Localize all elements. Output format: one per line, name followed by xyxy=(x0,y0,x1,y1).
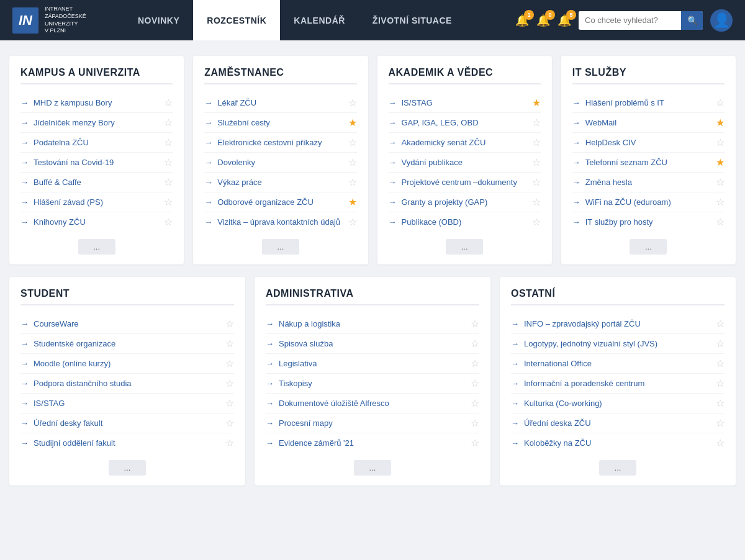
star-studijni[interactable]: ☆ xyxy=(225,437,234,449)
star-vykaz[interactable]: ☆ xyxy=(348,176,357,188)
star-jidelnicek[interactable]: ☆ xyxy=(164,117,173,129)
link-hlaseniit[interactable]: →Hlášení problémů s IT xyxy=(572,98,664,107)
star-dokumentove[interactable]: ☆ xyxy=(471,397,479,409)
link-gap[interactable]: →GAP, IGA, LEG, OBD xyxy=(389,118,479,127)
star-dovolenky[interactable]: ☆ xyxy=(348,156,357,168)
star-studentske[interactable]: ☆ xyxy=(225,338,234,350)
star-sluzebni[interactable]: ★ xyxy=(348,117,357,129)
star-vizitka[interactable]: ☆ xyxy=(348,216,357,228)
nav-rozcestnik[interactable]: ROZCESTNÍK xyxy=(193,0,280,40)
link-courseware[interactable]: →CourseWare xyxy=(20,319,78,328)
link-vydani[interactable]: →Vydání publikace xyxy=(389,158,463,167)
link-moodle[interactable]: →Moodle (online kurzy) xyxy=(20,359,111,368)
link-akademicky[interactable]: →Akademický senát ZČU xyxy=(389,138,486,147)
link-helpdesk[interactable]: →HelpDesk CIV xyxy=(572,138,636,147)
link-isstag-student[interactable]: →IS/STAG xyxy=(20,399,65,408)
more-button-it[interactable]: ... xyxy=(630,239,667,255)
star-vydani[interactable]: ☆ xyxy=(532,156,541,168)
star-buffe[interactable]: ☆ xyxy=(164,176,173,188)
star-akademicky[interactable]: ☆ xyxy=(532,137,541,148)
star-hlaseni[interactable]: ☆ xyxy=(164,196,173,208)
link-granty[interactable]: →Granty a projekty (GAP) xyxy=(389,197,488,207)
link-info[interactable]: →INFO – zpravodajský portál ZČU xyxy=(511,319,641,328)
star-granty[interactable]: ☆ xyxy=(532,196,541,208)
star-telefonni[interactable]: ★ xyxy=(716,156,725,168)
link-webmail[interactable]: →WebMail xyxy=(572,118,616,127)
star-podpora[interactable]: ☆ xyxy=(225,377,234,389)
star-nakup[interactable]: ☆ xyxy=(471,318,479,330)
link-itgosty[interactable]: →IT služby pro hosty xyxy=(572,217,653,227)
star-kolobezky[interactable]: ☆ xyxy=(716,437,725,449)
link-projektove[interactable]: →Projektové centrum –dokumenty xyxy=(389,178,517,187)
star-itgosty[interactable]: ☆ xyxy=(716,216,725,228)
link-knihovny[interactable]: →Knihovny ZČU xyxy=(20,217,86,227)
link-kulturka[interactable]: →Kulturka (Co-working) xyxy=(511,399,602,408)
link-telefonni[interactable]: →Telefonní seznam ZČU xyxy=(572,158,667,167)
link-nakup[interactable]: →Nákup a logistika xyxy=(266,319,340,328)
link-evidence[interactable]: →Evidence záměrů '21 xyxy=(266,438,354,448)
link-elektronicke[interactable]: →Elektronické cestovní příkazy xyxy=(204,138,322,147)
star-uredni[interactable]: ☆ xyxy=(225,417,234,429)
star-info[interactable]: ☆ xyxy=(716,318,725,330)
notification-bell-2[interactable]: 🔔 0 xyxy=(536,14,550,27)
link-studentske[interactable]: →Studentské organizace xyxy=(20,339,115,348)
notification-bell-1[interactable]: 🔔 1 xyxy=(515,14,529,27)
star-evidence[interactable]: ☆ xyxy=(471,437,479,449)
star-isstag-student[interactable]: ☆ xyxy=(225,397,234,409)
star-lekar[interactable]: ☆ xyxy=(348,97,357,109)
more-button-ostatni[interactable]: ... xyxy=(599,460,636,476)
link-kolobezky[interactable]: →Koloběžky na ZČU xyxy=(511,438,591,448)
more-button-kampus[interactable]: ... xyxy=(78,239,115,255)
link-lekar[interactable]: →Lékař ZČU xyxy=(204,98,256,107)
search-button[interactable]: 🔍 xyxy=(681,11,703,30)
star-podatelna[interactable]: ☆ xyxy=(164,137,173,148)
star-logotypy[interactable]: ☆ xyxy=(716,338,725,350)
nav-novinky[interactable]: NOVINKY xyxy=(124,0,193,40)
link-odborove[interactable]: →Odborové organizace ZČU xyxy=(204,197,314,207)
link-mhd[interactable]: →MHD z kampusu Bory xyxy=(20,98,112,107)
star-elektronicke[interactable]: ☆ xyxy=(348,137,357,148)
link-studijni[interactable]: →Studijní oddělení fakult xyxy=(20,438,115,448)
star-international[interactable]: ☆ xyxy=(716,358,725,369)
star-isstag[interactable]: ★ xyxy=(532,97,541,109)
star-tiskopisy[interactable]: ☆ xyxy=(471,377,479,389)
star-procesni[interactable]: ☆ xyxy=(471,417,479,429)
star-moodle[interactable]: ☆ xyxy=(225,358,234,369)
link-vykaz[interactable]: →Výkaz práce xyxy=(204,178,262,187)
link-international[interactable]: →International Office xyxy=(511,359,592,368)
star-gap[interactable]: ☆ xyxy=(532,117,541,129)
star-kulturka[interactable]: ☆ xyxy=(716,397,725,409)
link-zmena[interactable]: →Změna hesla xyxy=(572,178,632,187)
link-wifi[interactable]: →WiFi na ZČU (eduroam) xyxy=(572,197,671,207)
star-helpdesk[interactable]: ☆ xyxy=(716,137,725,148)
link-spisova[interactable]: →Spisová služba xyxy=(266,339,333,348)
link-podatelna[interactable]: →Podatelna ZČU xyxy=(20,138,89,147)
user-avatar[interactable]: 👤 xyxy=(710,9,733,32)
star-informacni[interactable]: ☆ xyxy=(716,377,725,389)
nav-zivotni-situace[interactable]: ŽIVOTNÍ SITUACE xyxy=(359,0,466,40)
link-sluzebni[interactable]: →Služební cesty xyxy=(204,118,270,127)
link-uredni[interactable]: →Úřední desky fakult xyxy=(20,418,102,428)
more-button-administrativa[interactable]: ... xyxy=(354,460,391,476)
link-tiskopisy[interactable]: →Tiskopisy xyxy=(266,379,312,388)
star-zmena[interactable]: ☆ xyxy=(716,176,725,188)
more-button-zamestnanec[interactable]: ... xyxy=(262,239,299,255)
search-input[interactable] xyxy=(579,11,681,29)
star-knihovny[interactable]: ☆ xyxy=(164,216,173,228)
link-publikace[interactable]: →Publikace (OBD) xyxy=(389,217,462,227)
star-hlaseniit[interactable]: ☆ xyxy=(716,97,725,109)
more-button-student[interactable]: ... xyxy=(109,460,146,476)
star-wifi[interactable]: ☆ xyxy=(716,196,725,208)
star-projektove[interactable]: ☆ xyxy=(532,176,541,188)
star-testovani[interactable]: ☆ xyxy=(164,156,173,168)
link-vizitka[interactable]: →Vizitka – úprava kontaktních údajů xyxy=(204,217,340,227)
link-procesni[interactable]: →Procesní mapy xyxy=(266,418,333,428)
link-legislativa[interactable]: →Legislativa xyxy=(266,359,317,368)
star-mhd[interactable]: ☆ xyxy=(164,97,173,109)
link-dovolenky[interactable]: →Dovolenky xyxy=(204,158,255,167)
notification-bell-3[interactable]: 🔔 5 xyxy=(558,14,571,27)
star-webmail[interactable]: ★ xyxy=(716,117,725,129)
star-uredni-zcu[interactable]: ☆ xyxy=(716,417,725,429)
link-informacni[interactable]: →Informační a poradenské centrum xyxy=(511,379,644,388)
more-button-akademik[interactable]: ... xyxy=(446,239,483,255)
